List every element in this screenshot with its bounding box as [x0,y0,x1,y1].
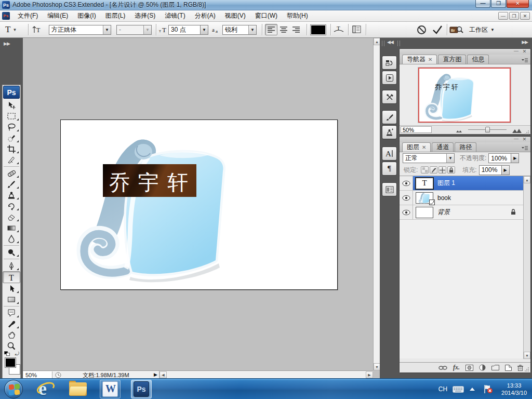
add-mask-icon[interactable] [466,365,473,371]
layer-comps-panel-icon[interactable] [382,182,397,196]
minimize-button[interactable]: — [475,0,490,8]
navigator-proxy-view[interactable]: 乔宇轩 [418,68,511,123]
zoom-tool[interactable] [3,340,20,351]
document-canvas[interactable]: 乔宇轩 [60,119,338,290]
tool-preset-picker[interactable]: T ▼ [5,22,17,37]
blur-tool[interactable] [3,233,20,244]
menu-select[interactable]: 选择(S) [130,10,160,22]
blend-mode-select[interactable]: 正常▼ [403,153,455,163]
fill-value[interactable]: 100% [479,165,502,175]
font-style-select[interactable]: -▼ [116,22,152,37]
zoom-level-field[interactable]: 50% [23,371,52,378]
layers-scroll-down[interactable]: ▼ [524,352,530,359]
tab-channels[interactable]: 通道 [432,142,454,152]
scroll-right-button[interactable]: ▶ [366,371,373,378]
layer-name[interactable]: book [437,194,451,202]
zoom-out-icon[interactable] [456,129,463,133]
healing-brush-tool[interactable] [3,168,20,179]
layers-scrollbar[interactable]: ▲ ▼ [523,176,530,359]
taskbar-ie-icon[interactable]: e [35,380,56,398]
menu-help[interactable]: 帮助(H) [282,10,313,22]
doc-restore-button[interactable]: ❐ [509,12,519,20]
layer-row-background[interactable]: 背景 [400,205,530,220]
quick-selection-tool[interactable] [3,132,20,143]
tray-expand-icon[interactable] [469,387,475,391]
layer-name[interactable]: 图层 1 [437,179,455,188]
canvas-vertical-scrollbar[interactable]: ▲ ▼ [373,38,380,370]
clone-source-panel-icon[interactable] [382,125,397,139]
taskbar-photoshop-icon[interactable]: Ps [131,380,152,398]
panel-resize-grip[interactable] [525,130,529,135]
new-group-icon[interactable] [491,365,499,370]
keyboard-icon[interactable] [453,385,464,393]
tab-info[interactable]: 信息 [467,55,489,64]
taskbar-word-icon[interactable]: W [100,380,121,398]
layers-close-icon[interactable]: ✕ [522,137,527,142]
layer-row-book[interactable]: book [400,191,530,205]
bridge-icon[interactable]: Br [450,22,463,37]
tab-navigator[interactable]: 导航器✕ [402,55,437,64]
doc-minimize-button[interactable]: — [498,12,508,20]
taskbar-explorer-icon[interactable] [68,380,88,398]
font-family-select[interactable]: 方正姚体▼ [49,22,111,37]
menu-window[interactable]: 窗口(W) [250,10,282,22]
navigator-panel-menu-icon[interactable] [521,57,528,63]
close-button[interactable]: ✕ [507,0,529,8]
toolbox-collapse-arrows[interactable]: ▶▶ [4,41,10,46]
hand-tool[interactable] [3,329,20,340]
layer-row-text[interactable]: T 图层 1 [400,176,530,191]
navigator-minimize-icon[interactable]: — [513,49,519,54]
slice-tool[interactable] [3,154,20,165]
layer-visibility-toggle[interactable] [400,176,413,190]
input-language-indicator[interactable]: CH [438,385,447,393]
navigator-zoom-field[interactable]: 50% [401,126,432,133]
lock-all-icon[interactable] [447,166,455,174]
pen-tool[interactable] [3,260,20,271]
text-layer-highlight[interactable]: 乔宇轩 [103,164,196,197]
tab-paths[interactable]: 路径 [455,142,476,152]
font-size-select[interactable]: 30 点 ▼ [168,22,208,37]
restore-button[interactable]: ❐ [491,0,506,8]
menu-analysis[interactable]: 分析(A) [190,10,220,22]
paragraph-panel-icon[interactable]: ¶ [382,162,397,176]
history-brush-tool[interactable] [3,201,20,211]
toggle-palettes-icon[interactable] [352,22,362,37]
opacity-arrow[interactable]: ▶ [511,153,519,163]
action-center-flag-icon[interactable] [483,384,493,394]
text-color-swatch[interactable] [310,22,326,37]
new-layer-icon[interactable] [505,365,512,371]
notes-tool[interactable] [3,308,20,318]
delete-layer-icon[interactable] [517,365,523,371]
dock-collapse-arrows[interactable]: ◀◀ [387,39,393,45]
adjustment-layer-icon[interactable] [479,364,486,371]
zoom-slider-thumb[interactable] [485,127,490,132]
gradient-tool[interactable] [3,222,20,233]
tool-presets-panel-icon[interactable] [382,90,397,104]
dodge-tool[interactable] [3,247,20,258]
menu-view[interactable]: 视图(V) [220,10,250,22]
actions-panel-icon[interactable] [382,71,397,85]
layers-scroll-up[interactable]: ▲ [524,176,530,183]
panels-collapse-arrows[interactable]: ▶▶ [522,39,528,45]
background-layer-thumbnail[interactable] [416,207,433,218]
eraser-tool[interactable] [3,211,20,222]
tab-histogram[interactable]: 直方图 [438,55,466,64]
foreground-color-swatch[interactable] [5,357,16,368]
crop-tool[interactable] [3,143,20,154]
layer-visibility-toggle[interactable] [400,205,413,219]
text-orientation-icon[interactable]: T [32,22,43,37]
character-panel-icon[interactable]: A [382,147,397,161]
brushes-panel-icon[interactable] [382,110,397,124]
panel-resize-grip[interactable] [525,367,529,371]
align-right-button[interactable] [290,24,302,35]
navigator-close-icon[interactable]: ✕ [522,49,527,54]
cancel-edits-button[interactable] [417,22,427,37]
doc-close-button[interactable]: ✕ [520,12,530,20]
path-selection-tool[interactable] [3,283,20,294]
menu-file[interactable]: 文件(F) [13,10,43,22]
taskbar-clock[interactable]: 13:33 2014/3/10 [501,382,527,396]
history-panel-icon[interactable] [382,56,397,70]
move-tool[interactable] [3,100,20,111]
canvas-horizontal-scrollbar[interactable]: ◀ ▶ [159,371,373,379]
layers-panel-menu-icon[interactable] [521,144,528,151]
